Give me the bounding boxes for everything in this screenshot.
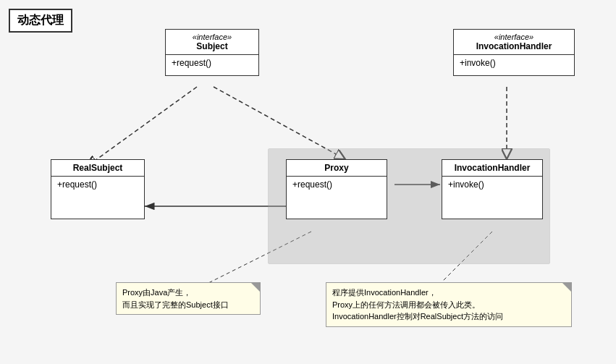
proxy-header: Proxy [287, 160, 387, 177]
left-note-text: Proxy由Java产生，而且实现了完整的Subject接口 [122, 288, 229, 309]
subject-class: «interface» Subject +request() [165, 29, 259, 76]
subject-class-header: «interface» Subject [166, 30, 258, 55]
invocationhandler-class: InvocationHandler +invoke() [442, 159, 543, 219]
proxy-body: +request() [287, 177, 387, 197]
subject-name: Subject [172, 41, 253, 51]
subject-body: +request() [166, 55, 258, 75]
ih-interface-header: «interface» InvocationHandler [454, 30, 574, 55]
ih-class-header: InvocationHandler [442, 160, 542, 177]
ih-interface-stereotype: «interface» [460, 33, 568, 41]
subject-stereotype: «interface» [172, 33, 253, 41]
proxy-method: +request() [292, 179, 381, 190]
svg-line-2 [87, 87, 197, 166]
proxy-extra-body [287, 197, 387, 219]
ih-interface-body: +invoke() [454, 55, 574, 75]
title-text: 动态代理 [17, 14, 64, 26]
right-note-text: 程序提供InvocationHandler，Proxy上的任何方法调用都会被传入… [332, 288, 503, 321]
realsubject-header: RealSubject [51, 160, 144, 177]
ih-interface-name: InvocationHandler [460, 41, 568, 51]
diagram-area: 动态代理 [0, 0, 616, 364]
ih-class-body: +invoke() [442, 177, 542, 197]
realsubject-body: +request() [51, 177, 144, 197]
ih-class-method: +invoke() [448, 179, 536, 190]
ih-interface-method: +invoke() [460, 58, 568, 68]
realsubject-extra-body [51, 197, 144, 219]
right-note: 程序提供InvocationHandler，Proxy上的任何方法调用都会被传入… [326, 282, 572, 327]
subject-method: +request() [172, 58, 253, 68]
invocationhandler-interface-class: «interface» InvocationHandler +invoke() [453, 29, 575, 76]
proxy-class: Proxy +request() [286, 159, 387, 219]
left-note: Proxy由Java产生，而且实现了完整的Subject接口 [116, 282, 261, 315]
proxy-name: Proxy [292, 163, 381, 173]
realsubject-name: RealSubject [57, 163, 138, 173]
realsubject-class: RealSubject +request() [51, 159, 145, 219]
realsubject-method: +request() [57, 179, 138, 190]
ih-class-name: InvocationHandler [448, 163, 536, 173]
title-box: 动态代理 [9, 9, 72, 33]
ih-class-extra-body [442, 197, 542, 219]
